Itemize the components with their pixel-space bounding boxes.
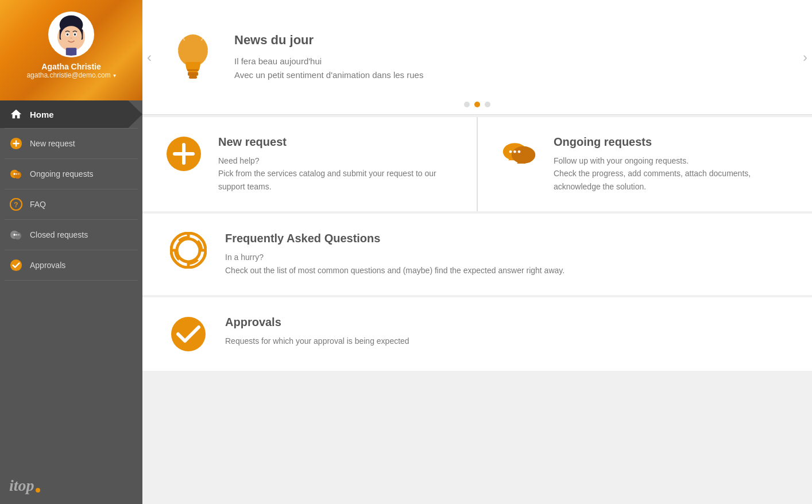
approvals-section-icon [170, 316, 207, 352]
svg-text:?: ? [14, 201, 18, 209]
ongoing-requests-card-title: Ongoing requests [554, 135, 789, 149]
svg-point-23 [18, 234, 20, 236]
itop-logo: itop [9, 476, 133, 495]
ongoing-requests-card-line2: Check the progress, add comments, attach… [554, 167, 789, 193]
svg-point-24 [10, 259, 22, 271]
ongoing-requests-card-line1: Follow up with your ongoing requests. [554, 154, 789, 167]
sidebar-item-ongoing-requests-label: Ongoing requests [30, 169, 94, 179]
cards-section: New request Need help? Pick from the ser… [142, 117, 812, 211]
sidebar-item-closed-requests[interactable]: Closed requests [0, 220, 142, 250]
sidebar-footer: itop [0, 467, 142, 504]
svg-rect-26 [188, 73, 198, 76]
sidebar-item-home-label: Home [30, 110, 54, 119]
sidebar-item-faq-label: FAQ [30, 200, 46, 209]
svg-point-35 [518, 150, 521, 153]
ongoing-requests-card[interactable]: Ongoing requests Follow up with your ong… [478, 117, 812, 211]
new-request-card-text: New request Need help? Pick from the ser… [218, 135, 454, 193]
news-dot-1[interactable] [464, 102, 470, 107]
news-content: News du jour Il fera beau aujourd'hui Av… [234, 33, 784, 82]
svg-point-16 [18, 173, 20, 175]
sidebar-item-faq[interactable]: ? FAQ [0, 189, 142, 219]
svg-point-34 [513, 150, 516, 153]
closed-requests-icon [9, 228, 23, 242]
svg-point-20 [14, 232, 21, 239]
ongoing-requests-card-text: Ongoing requests Follow up with your ong… [554, 135, 789, 193]
news-dot-3[interactable] [485, 102, 490, 107]
svg-point-14 [13, 173, 16, 175]
faq-line2: Check out the list of most common questi… [225, 264, 564, 277]
svg-point-8 [74, 33, 76, 36]
faq-section-icon [170, 232, 207, 269]
sidebar-item-home[interactable]: Home [0, 100, 142, 128]
nav-divider-6 [5, 280, 138, 281]
new-request-card-icon [165, 135, 202, 172]
svg-point-13 [14, 171, 21, 179]
news-dot-2[interactable] [474, 102, 480, 107]
faq-section[interactable]: Frequently Asked Questions In a hurry? C… [142, 214, 812, 295]
sidebar-item-new-request[interactable]: New request [0, 129, 142, 158]
faq-icon: ? [9, 197, 23, 211]
new-request-card-line1: Need help? [218, 154, 454, 167]
approvals-section[interactable]: Approvals Requests for which your approv… [142, 297, 812, 371]
new-request-card[interactable]: New request Need help? Pick from the ser… [142, 117, 477, 211]
ongoing-requests-icon [9, 167, 23, 181]
faq-line1: In a hurry? [225, 251, 564, 263]
news-prev-button[interactable]: ‹ [147, 49, 152, 65]
news-dots [464, 102, 490, 107]
approvals-section-title: Approvals [225, 316, 409, 329]
ongoing-requests-card-icon [501, 135, 538, 172]
user-email[interactable]: agatha.christie@demo.com [26, 71, 115, 79]
new-request-card-desc: Need help? Pick from the services catalo… [218, 154, 454, 193]
news-title: News du jour [234, 33, 784, 48]
news-next-button[interactable]: › [803, 49, 807, 65]
new-request-card-title: New request [218, 135, 454, 149]
svg-point-37 [177, 239, 200, 262]
sidebar-item-approvals[interactable]: Approvals [0, 250, 142, 280]
faq-section-desc: In a hurry? Check out the list of most c… [225, 251, 564, 277]
svg-point-25 [178, 34, 208, 67]
ongoing-requests-card-desc: Follow up with your ongoing requests. Ch… [554, 154, 789, 193]
svg-point-22 [16, 234, 18, 236]
lightbulb-icon [170, 29, 216, 86]
news-body: Il fera beau aujourd'hui Avec un petit s… [234, 55, 784, 82]
sidebar-item-ongoing-requests[interactable]: Ongoing requests [0, 159, 142, 189]
approvals-section-text: Approvals Requests for which your approv… [225, 316, 409, 347]
sidebar-item-closed-requests-label: Closed requests [30, 230, 88, 239]
svg-point-33 [509, 150, 512, 153]
news-line2: Avec un petit sentiment d'animation dans… [234, 68, 784, 82]
new-request-card-line2: Pick from the services catalog and submi… [218, 167, 454, 193]
main-content: ‹ News du jour Il fera [142, 0, 812, 504]
new-request-icon [9, 137, 23, 150]
svg-rect-27 [189, 76, 197, 79]
svg-rect-10 [66, 48, 77, 56]
sidebar-item-approvals-label: Approvals [30, 261, 65, 270]
news-line1: Il fera beau aujourd'hui [234, 55, 784, 68]
news-banner: ‹ News du jour Il fera [142, 0, 812, 115]
avatar [48, 11, 94, 57]
svg-point-15 [16, 173, 18, 175]
user-name: Agatha Christie [41, 62, 100, 71]
itop-dot [36, 488, 40, 493]
faq-section-title: Frequently Asked Questions [225, 232, 564, 245]
svg-point-4 [61, 26, 82, 47]
sidebar-item-new-request-label: New request [30, 139, 75, 148]
approvals-icon [9, 258, 23, 272]
faq-section-text: Frequently Asked Questions In a hurry? C… [225, 232, 564, 277]
sidebar-header: Agatha Christie agatha.christie@demo.com [0, 0, 142, 100]
approvals-section-desc: Requests for which your approval is bein… [225, 335, 409, 347]
svg-point-7 [67, 33, 69, 36]
home-icon [9, 107, 23, 121]
sidebar: Agatha Christie agatha.christie@demo.com… [0, 0, 142, 504]
svg-point-9 [70, 37, 72, 39]
svg-point-21 [13, 234, 16, 236]
